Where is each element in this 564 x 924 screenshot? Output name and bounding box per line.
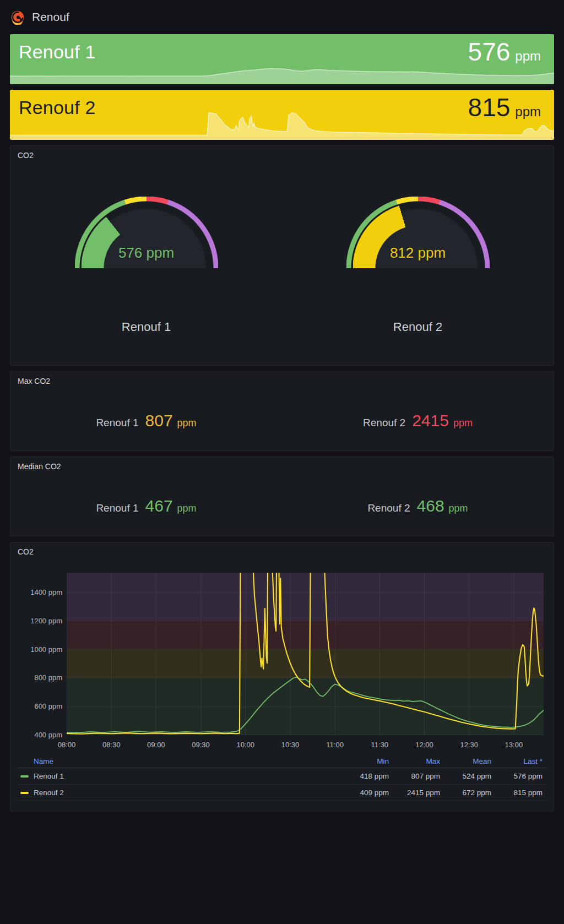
stat-content: Renouf 1 576 ppm xyxy=(10,34,554,66)
y-tick-label: 600 ppm xyxy=(34,702,62,710)
series-name[interactable]: Renouf 2 xyxy=(34,789,64,797)
x-tick-label: 08:30 xyxy=(102,741,121,749)
legend-col-min[interactable]: Min xyxy=(338,757,389,765)
gauge-value-text: 812 ppm xyxy=(346,244,490,262)
gauge-arc: 812 ppm xyxy=(346,197,490,268)
grafana-logo-icon[interactable] xyxy=(10,9,25,25)
max-renouf-2: Renouf 2 2415 ppm xyxy=(282,411,554,430)
legend-min-value: 418 ppm xyxy=(338,772,389,780)
gauge-arc: 576 ppm xyxy=(75,197,218,268)
stat-panel-renouf-2: Renouf 2 815 ppm xyxy=(10,90,554,140)
series-name[interactable]: Renouf 1 xyxy=(34,772,64,780)
stat-unit: ppm xyxy=(453,417,473,429)
stat-label: Renouf 1 xyxy=(96,502,138,514)
stat-label: Renouf 2 xyxy=(363,417,405,429)
x-tick-label: 08:00 xyxy=(58,741,76,749)
x-tick-label: 12:00 xyxy=(415,741,433,749)
x-tick-label: 09:30 xyxy=(192,741,210,749)
median-renouf-1: Renouf 1 467 ppm xyxy=(10,497,282,515)
stat-unit: ppm xyxy=(177,503,197,514)
stat-label: Renouf 1 xyxy=(96,417,138,429)
stat-row: Renouf 1 467 ppm Renouf 2 468 ppm xyxy=(10,457,554,515)
series-color-pill xyxy=(20,775,29,778)
gauge-panel-co2: CO2 576 ppm Renouf 1 xyxy=(10,145,554,366)
legend-col-mean[interactable]: Mean xyxy=(440,757,491,765)
stat-unit: ppm xyxy=(449,503,468,514)
dashboard-header: Renouf xyxy=(0,0,564,34)
stat-number: 468 xyxy=(417,497,444,515)
y-tick-label: 400 ppm xyxy=(34,731,62,739)
x-tick-label: 11:30 xyxy=(371,741,389,749)
gauge-value-text: 576 ppm xyxy=(75,244,218,262)
legend-table: Name Min Max Mean Last * Renouf 1 418 pp… xyxy=(17,755,547,801)
x-tick-label: 13:00 xyxy=(505,741,523,749)
series-color-pill xyxy=(20,792,29,794)
y-axis-labels: 400 ppm600 ppm800 ppm1000 ppm1200 ppm140… xyxy=(10,573,62,735)
stat-row: Renouf 1 807 ppm Renouf 2 2415 ppm xyxy=(10,372,554,430)
x-tick-label: 09:00 xyxy=(147,741,165,749)
stat-number: 467 xyxy=(145,497,173,515)
y-tick-label: 1400 ppm xyxy=(30,588,62,596)
sparkline-renouf-2 xyxy=(10,111,554,140)
legend-col-name[interactable]: Name xyxy=(20,757,53,765)
panel-title[interactable]: Median CO2 xyxy=(18,462,61,471)
y-tick-label: 1200 ppm xyxy=(30,617,62,625)
legend-last-value: 576 ppm xyxy=(491,772,543,780)
stat-value-number: 576 xyxy=(468,37,511,67)
sparkline-renouf-1 xyxy=(10,68,554,84)
legend-col-max[interactable]: Max xyxy=(389,757,440,765)
y-tick-label: 800 ppm xyxy=(34,673,62,682)
stat-value: 576 ppm xyxy=(468,37,541,67)
legend-header: Name Min Max Mean Last * xyxy=(17,755,547,768)
x-tick-label: 12:30 xyxy=(460,741,478,749)
gauge-renouf-1: 576 ppm Renouf 1 xyxy=(10,166,282,365)
legend-min-value: 409 ppm xyxy=(338,789,389,797)
legend-max-value: 2415 ppm xyxy=(389,789,440,797)
gauge-row: 576 ppm Renouf 1 812 ppm Renouf 2 xyxy=(10,146,554,365)
stat-number: 2415 xyxy=(412,411,449,430)
gauge-label: Renouf 2 xyxy=(393,320,442,334)
gauge-label: Renouf 1 xyxy=(122,320,171,334)
legend-row-renouf-1: Renouf 1 418 ppm 807 ppm 524 ppm 576 ppm xyxy=(17,768,547,785)
legend-mean-value: 672 ppm xyxy=(440,789,491,797)
panel-title[interactable]: Max CO2 xyxy=(18,377,50,385)
legend-row-renouf-2: Renouf 2 409 ppm 2415 ppm 672 ppm 815 pp… xyxy=(17,785,547,801)
legend-last-value: 815 ppm xyxy=(491,789,543,797)
dashboard-title[interactable]: Renouf xyxy=(32,10,69,24)
timeseries-plot[interactable] xyxy=(67,573,544,735)
stat-label: Renouf 2 xyxy=(367,502,410,514)
max-co2-panel: Max CO2 Renouf 1 807 ppm Renouf 2 2415 p… xyxy=(10,371,554,451)
max-renouf-1: Renouf 1 807 ppm xyxy=(10,411,282,430)
x-axis-labels: 08:0008:3009:0009:3010:0010:3011:0011:30… xyxy=(67,741,544,751)
stat-unit: ppm xyxy=(177,417,197,429)
dashboard-body: Renouf 1 576 ppm Renouf 2 815 ppm CO2 xyxy=(0,34,564,812)
legend-max-value: 807 ppm xyxy=(389,772,440,780)
legend-mean-value: 524 ppm xyxy=(440,772,491,780)
median-co2-panel: Median CO2 Renouf 1 467 ppm Renouf 2 468… xyxy=(10,456,554,536)
x-tick-label: 11:00 xyxy=(326,741,344,749)
gauge-renouf-2: 812 ppm Renouf 2 xyxy=(282,166,554,365)
panel-title[interactable]: CO2 xyxy=(18,151,34,160)
y-tick-label: 1000 ppm xyxy=(30,645,62,654)
stat-number: 807 xyxy=(145,411,173,430)
grafana-dashboard: Renouf Renouf 1 576 ppm Renouf 2 815 ppm xyxy=(0,0,564,924)
stat-panel-renouf-1: Renouf 1 576 ppm xyxy=(10,34,554,84)
stat-title: Renouf 1 xyxy=(19,41,96,63)
panel-title[interactable]: CO2 xyxy=(18,547,34,556)
x-tick-label: 10:30 xyxy=(281,741,300,749)
legend-col-last[interactable]: Last * xyxy=(491,757,543,765)
x-tick-label: 10:00 xyxy=(236,741,254,749)
timeseries-panel-co2: CO2 400 ppm600 ppm800 ppm1000 ppm1200 pp… xyxy=(10,542,554,812)
median-renouf-2: Renouf 2 468 ppm xyxy=(282,497,554,515)
stat-value-unit: ppm xyxy=(515,48,541,64)
